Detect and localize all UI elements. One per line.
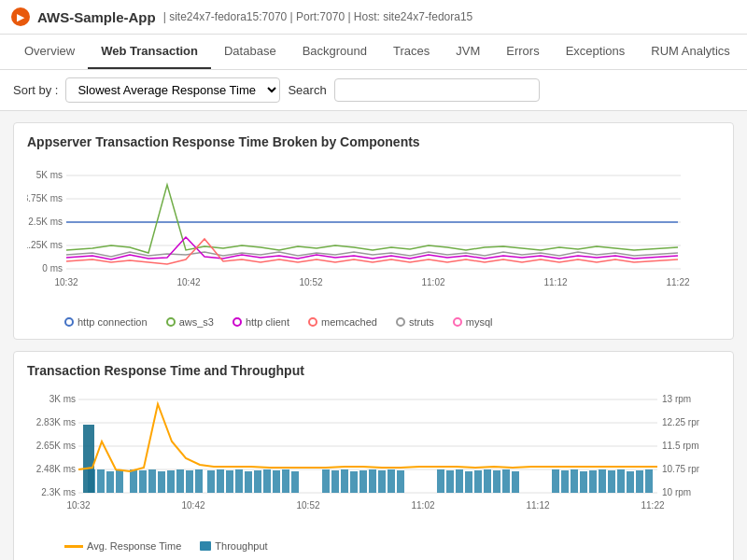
svg-rect-72 bbox=[474, 470, 482, 493]
svg-rect-42 bbox=[139, 470, 147, 493]
svg-rect-71 bbox=[465, 471, 472, 493]
app-meta: | site24x7-fedora15:7070 | Port:7070 | H… bbox=[163, 10, 473, 23]
svg-rect-40 bbox=[116, 470, 123, 493]
tab-errors[interactable]: Errors bbox=[493, 35, 552, 69]
chart2-title: Transaction Response Time and Throughput bbox=[27, 363, 720, 378]
legend-memcached: memcached bbox=[308, 316, 377, 328]
legend-http-client: http client bbox=[233, 316, 289, 328]
svg-text:2.48K ms: 2.48K ms bbox=[36, 464, 76, 474]
svg-rect-47 bbox=[186, 470, 193, 493]
svg-rect-80 bbox=[580, 471, 587, 493]
chart2-svg: 3K ms 2.83K ms 2.65K ms 2.48K ms 2.3K ms… bbox=[27, 385, 699, 535]
svg-rect-66 bbox=[388, 469, 395, 493]
svg-text:3K ms: 3K ms bbox=[49, 394, 76, 404]
legend-http-connection: http connection bbox=[64, 316, 148, 328]
svg-rect-64 bbox=[369, 469, 376, 493]
svg-rect-88 bbox=[83, 425, 94, 493]
tab-rum-analytics[interactable]: RUM Analytics bbox=[638, 35, 743, 69]
legend-throughput: Throughput bbox=[200, 540, 267, 552]
svg-text:10:52: 10:52 bbox=[296, 500, 319, 511]
svg-text:11:02: 11:02 bbox=[411, 500, 434, 511]
svg-rect-81 bbox=[589, 470, 597, 493]
svg-text:0 ms: 0 ms bbox=[42, 263, 63, 273]
svg-text:11:22: 11:22 bbox=[666, 277, 689, 287]
svg-rect-75 bbox=[502, 469, 510, 493]
search-label: Search bbox=[288, 83, 326, 97]
chart1-legend: http connection aws_s3 http client memca… bbox=[27, 316, 720, 328]
svg-rect-61 bbox=[341, 469, 348, 493]
tab-traces[interactable]: Traces bbox=[380, 35, 443, 69]
svg-rect-82 bbox=[599, 469, 606, 493]
app-title: AWS-Sample-App bbox=[37, 9, 156, 25]
sort-label: Sort by : bbox=[13, 83, 58, 97]
svg-rect-84 bbox=[617, 469, 625, 493]
legend-struts: struts bbox=[396, 316, 434, 328]
svg-rect-38 bbox=[97, 469, 105, 493]
svg-text:3.75K ms: 3.75K ms bbox=[27, 193, 63, 203]
svg-text:10:42: 10:42 bbox=[176, 277, 200, 287]
tab-database[interactable]: Database bbox=[211, 35, 289, 69]
svg-text:10 rpm: 10 rpm bbox=[662, 487, 691, 497]
svg-rect-53 bbox=[245, 471, 252, 493]
svg-rect-77 bbox=[552, 469, 559, 493]
search-input[interactable] bbox=[334, 78, 540, 102]
svg-text:11.5 rpm: 11.5 rpm bbox=[662, 441, 698, 451]
svg-rect-83 bbox=[608, 470, 615, 493]
svg-text:13 rpm: 13 rpm bbox=[662, 394, 691, 404]
svg-rect-56 bbox=[273, 470, 280, 493]
chart2-legend: Avg. Response Time Throughput bbox=[27, 540, 720, 552]
svg-text:10:32: 10:32 bbox=[54, 277, 78, 287]
tab-web-transaction[interactable]: Web Transaction bbox=[88, 35, 211, 69]
svg-rect-52 bbox=[235, 469, 243, 493]
svg-text:10:52: 10:52 bbox=[299, 277, 322, 287]
svg-text:10:32: 10:32 bbox=[66, 500, 90, 511]
svg-text:2.65K ms: 2.65K ms bbox=[36, 441, 76, 451]
tab-overview[interactable]: Overview bbox=[11, 35, 88, 69]
svg-rect-49 bbox=[207, 470, 215, 493]
svg-text:2.3K ms: 2.3K ms bbox=[41, 487, 76, 497]
svg-rect-87 bbox=[645, 469, 653, 493]
svg-rect-46 bbox=[176, 469, 184, 493]
svg-rect-60 bbox=[331, 470, 339, 493]
tab-jvm[interactable]: JVM bbox=[443, 35, 493, 69]
svg-text:11:02: 11:02 bbox=[421, 277, 444, 287]
svg-rect-68 bbox=[437, 469, 444, 493]
svg-rect-50 bbox=[217, 469, 224, 493]
svg-rect-85 bbox=[627, 471, 634, 493]
svg-rect-69 bbox=[446, 470, 454, 493]
chart1-svg: 5K ms 3.75K ms 2.5K ms 1.25K ms 0 ms 10:… bbox=[27, 157, 699, 311]
svg-text:5K ms: 5K ms bbox=[36, 170, 63, 180]
svg-rect-43 bbox=[148, 469, 156, 493]
svg-rect-54 bbox=[254, 470, 261, 493]
svg-rect-86 bbox=[636, 470, 643, 493]
tab-exceptions[interactable]: Exceptions bbox=[553, 35, 639, 69]
svg-rect-59 bbox=[322, 469, 330, 493]
svg-rect-44 bbox=[158, 471, 165, 493]
tab-background[interactable]: Background bbox=[289, 35, 380, 69]
svg-text:11:12: 11:12 bbox=[543, 277, 567, 287]
svg-rect-67 bbox=[397, 470, 404, 493]
svg-rect-58 bbox=[291, 471, 299, 493]
svg-rect-78 bbox=[561, 470, 569, 493]
svg-rect-62 bbox=[350, 471, 358, 493]
toolbar: Sort by : Slowest Average Response Time … bbox=[0, 70, 747, 111]
chart-response-time-components: Appserver Transaction Response Time Brok… bbox=[13, 122, 734, 340]
chart-response-throughput: Transaction Response Time and Throughput… bbox=[13, 351, 734, 560]
svg-rect-70 bbox=[456, 469, 463, 493]
svg-text:10.75 rpm: 10.75 rpm bbox=[662, 464, 699, 474]
legend-avg-response: Avg. Response Time bbox=[64, 540, 181, 552]
svg-text:11:22: 11:22 bbox=[641, 500, 664, 511]
sort-select[interactable]: Slowest Average Response Time Fastest Av… bbox=[65, 77, 280, 103]
svg-rect-51 bbox=[226, 470, 233, 493]
svg-rect-79 bbox=[571, 469, 578, 493]
app-header: ▶ AWS-Sample-App | site24x7-fedora15:707… bbox=[0, 0, 747, 35]
svg-text:2.83K ms: 2.83K ms bbox=[36, 417, 76, 427]
svg-rect-74 bbox=[493, 470, 500, 493]
chart1-title: Appserver Transaction Response Time Brok… bbox=[27, 134, 720, 149]
nav-tabs: Overview Web Transaction Database Backgr… bbox=[0, 35, 747, 70]
svg-text:11:12: 11:12 bbox=[526, 500, 549, 511]
svg-text:2.5K ms: 2.5K ms bbox=[28, 217, 63, 227]
app-icon: ▶ bbox=[11, 7, 30, 26]
legend-aws-s3: aws_s3 bbox=[166, 316, 214, 328]
svg-rect-45 bbox=[167, 470, 175, 493]
